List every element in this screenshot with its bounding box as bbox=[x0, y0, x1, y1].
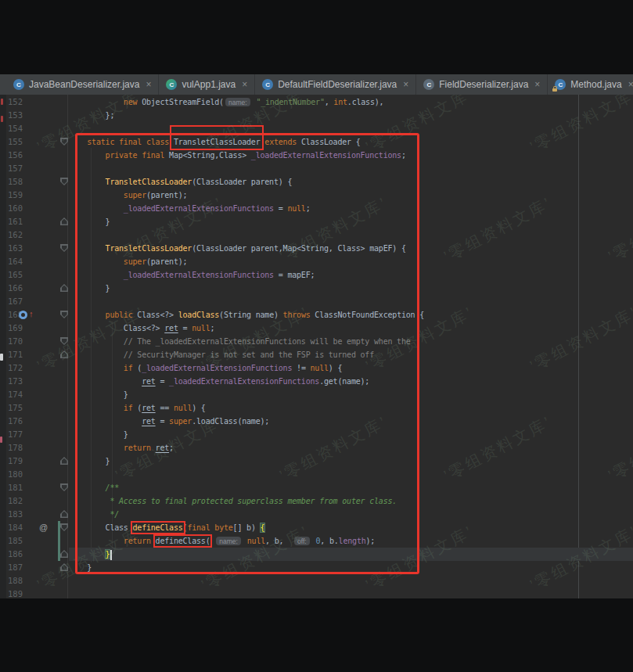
token: == bbox=[156, 404, 174, 412]
fold-close-icon[interactable] bbox=[60, 457, 68, 465]
class-icon-green: C bbox=[166, 79, 177, 90]
code-cell[interactable] bbox=[69, 588, 633, 598]
code-cell[interactable]: ret = super.loadClass(name); bbox=[69, 415, 633, 428]
code-text: */ bbox=[69, 508, 119, 521]
code-line-row: 152 new ObjectStreamField(name: "_indent… bbox=[0, 95, 633, 109]
code-cell[interactable]: public Class<?> loadClass(String name) t… bbox=[69, 308, 633, 322]
close-icon[interactable]: × bbox=[628, 79, 633, 90]
close-icon[interactable]: × bbox=[403, 79, 408, 90]
fold-open-icon[interactable] bbox=[60, 311, 68, 318]
line-number: 155 bbox=[8, 137, 23, 146]
fold-open-icon[interactable] bbox=[60, 244, 68, 252]
tab-fielddeserializer-java[interactable]: CFieldDeserializer.java× bbox=[416, 74, 548, 95]
override-method-icon[interactable] bbox=[19, 311, 27, 319]
code-cell[interactable]: * Access to final protected superclass m… bbox=[69, 494, 633, 508]
code-cell[interactable]: _loadedExternalExtensionFunctions = null… bbox=[69, 202, 633, 215]
code-cell[interactable]: // The _loadedExternalExtensionFunctions… bbox=[69, 335, 633, 348]
fold-close-icon[interactable] bbox=[60, 550, 68, 558]
code-cell[interactable]: return ret; bbox=[69, 441, 633, 455]
code-line-row: 187 } bbox=[0, 561, 633, 574]
fold-open-icon[interactable] bbox=[60, 178, 68, 185]
code-cell[interactable]: new ObjectStreamField(name: "_indentNumb… bbox=[69, 95, 633, 109]
stripe-mark bbox=[1, 99, 3, 105]
code-cell[interactable] bbox=[69, 574, 633, 588]
code-cell[interactable]: } bbox=[69, 428, 633, 441]
code-line-row: 171 // SecurityManager is not set and th… bbox=[0, 348, 633, 361]
code-line-row: 173 ret = _loadedExternalExtensionFuncti… bbox=[0, 375, 633, 388]
token: TransletClassLoader bbox=[174, 138, 261, 146]
code-cell[interactable]: Class<?> ret = null; bbox=[69, 322, 633, 335]
tab-label: JavaBeanDeserializer.java bbox=[29, 79, 139, 90]
fold-open-icon[interactable] bbox=[60, 483, 68, 491]
code-line-row: 166 } bbox=[0, 282, 633, 295]
code-editor[interactable]: 152 new ObjectStreamField(name: "_indent… bbox=[0, 95, 633, 598]
token: mapEF; bbox=[287, 271, 315, 279]
code-cell[interactable] bbox=[69, 295, 633, 308]
code-cell[interactable]: return defineClass( name: null, b, off: … bbox=[69, 534, 633, 548]
code-cell[interactable]: } bbox=[69, 388, 633, 401]
code-cell[interactable]: Class defineClass(final byte[] b) { bbox=[69, 521, 633, 534]
fold-close-icon[interactable] bbox=[60, 563, 68, 571]
code-cell[interactable] bbox=[69, 122, 633, 135]
code-cell[interactable]: ret = _loadedExternalExtensionFunctions.… bbox=[69, 375, 633, 388]
code-cell[interactable]: TransletClassLoader(ClassLoader parent,M… bbox=[69, 242, 633, 255]
token: ret bbox=[142, 377, 155, 386]
code-cell[interactable]: super(parent); bbox=[69, 255, 633, 268]
fold-close-icon[interactable] bbox=[60, 510, 68, 518]
code-cell[interactable] bbox=[69, 468, 633, 481]
token bbox=[210, 537, 214, 545]
close-icon[interactable]: × bbox=[534, 79, 540, 90]
vcs-change-bar[interactable] bbox=[58, 521, 60, 561]
token: Class bbox=[106, 523, 133, 532]
fold-open-icon[interactable] bbox=[60, 523, 68, 531]
close-icon[interactable]: × bbox=[242, 79, 247, 90]
close-icon[interactable]: × bbox=[146, 79, 151, 90]
tab-method-java[interactable]: CMethod.java× bbox=[548, 74, 633, 95]
code-text: * Access to final protected superclass m… bbox=[69, 494, 397, 508]
code-cell[interactable]: } bbox=[69, 455, 633, 468]
code-cell[interactable]: } bbox=[69, 561, 633, 574]
code-cell[interactable]: private final Map<String,Class> _loadedE… bbox=[69, 149, 633, 162]
code-cell[interactable] bbox=[69, 228, 633, 242]
fold-close-icon[interactable] bbox=[60, 217, 68, 225]
code-line-row: 169 Class<?> ret = null; bbox=[0, 322, 633, 335]
tab-javabeandeserializer-java[interactable]: CJavaBeanDeserializer.java× bbox=[6, 74, 159, 95]
token: (parent); bbox=[146, 191, 187, 199]
gutter: 155 bbox=[0, 135, 69, 149]
fold-open-icon[interactable] bbox=[60, 138, 68, 146]
code-cell[interactable]: static final class TransletClassLoader e… bbox=[69, 135, 633, 149]
tab-vulapp1-java[interactable]: CvulApp1.java× bbox=[159, 74, 255, 95]
code-cell[interactable]: TransletClassLoader(ClassLoader parent) … bbox=[69, 175, 633, 189]
gutter: 182 bbox=[0, 494, 69, 508]
token: null bbox=[247, 537, 265, 545]
code-cell[interactable] bbox=[69, 162, 633, 175]
code-cell[interactable]: if (ret == null) { bbox=[69, 401, 633, 415]
code-cell[interactable]: */ bbox=[69, 508, 633, 521]
line-number: 167 bbox=[8, 296, 23, 306]
fold-close-icon[interactable] bbox=[60, 284, 68, 292]
code-cell[interactable]: if (_loadedExternalExtensionFunctions !=… bbox=[69, 361, 633, 375]
code-cell[interactable]: // SecurityManager is not set and the FS… bbox=[69, 348, 633, 361]
code-text: } bbox=[69, 388, 128, 401]
fold-open-icon[interactable] bbox=[60, 337, 68, 345]
code-line-row: 181 /** bbox=[0, 481, 633, 494]
line-number: 171 bbox=[8, 350, 23, 359]
code-cell[interactable]: /** bbox=[69, 481, 633, 494]
token: _loadedExternalExtensionFunctions bbox=[124, 271, 274, 279]
code-cell[interactable]: } bbox=[69, 215, 633, 228]
code-cell[interactable]: } bbox=[69, 282, 633, 295]
code-line-row: 158 TransletClassLoader(ClassLoader pare… bbox=[0, 175, 633, 189]
fold-close-icon[interactable] bbox=[60, 350, 68, 358]
token: * Access to final protected superclass m… bbox=[106, 497, 397, 505]
tab-defaultfielddeserializer-java[interactable]: CDefaultFieldDeserializer.java× bbox=[255, 74, 416, 95]
code-cell[interactable]: }; bbox=[69, 109, 633, 122]
token: byte bbox=[214, 523, 232, 532]
code-cell[interactable]: _loadedExternalExtensionFunctions = mapE… bbox=[69, 268, 633, 282]
line-number: 152 bbox=[8, 97, 23, 106]
token: ; bbox=[401, 151, 406, 160]
code-text: ret = super.loadClass(name); bbox=[69, 415, 269, 428]
token: ObjectStreamField( bbox=[142, 98, 224, 106]
code-cell[interactable]: super(parent); bbox=[69, 189, 633, 202]
text-caret bbox=[110, 550, 112, 560]
code-cell[interactable]: } bbox=[69, 548, 633, 561]
